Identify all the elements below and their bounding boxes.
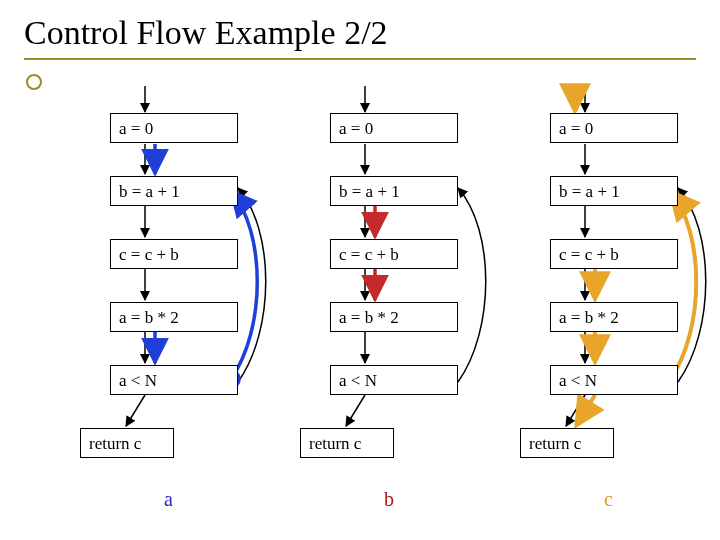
svg-line-26 (576, 395, 595, 426)
node-a-4: a = b * 2 (110, 302, 238, 332)
node-b-4: a = b * 2 (330, 302, 458, 332)
node-b-2: b = a + 1 (330, 176, 458, 206)
node-c-1: a = 0 (550, 113, 678, 143)
node-a-ret: return c (80, 428, 174, 458)
svg-line-14 (346, 395, 365, 426)
node-a-5: a < N (110, 365, 238, 395)
node-b-ret: return c (300, 428, 394, 458)
label-b: b (384, 488, 394, 511)
node-a-2: b = a + 1 (110, 176, 238, 206)
node-c-5: a < N (550, 365, 678, 395)
label-c: c (604, 488, 613, 511)
node-c-3: c = c + b (550, 239, 678, 269)
diagram-canvas (0, 0, 720, 540)
node-a-1: a = 0 (110, 113, 238, 143)
node-b-5: a < N (330, 365, 458, 395)
node-c-ret: return c (520, 428, 614, 458)
label-a: a (164, 488, 173, 511)
node-a-3: c = c + b (110, 239, 238, 269)
node-b-1: a = 0 (330, 113, 458, 143)
node-b-3: c = c + b (330, 239, 458, 269)
node-c-2: b = a + 1 (550, 176, 678, 206)
node-c-4: a = b * 2 (550, 302, 678, 332)
svg-line-6 (126, 395, 145, 426)
svg-line-22 (566, 395, 585, 426)
